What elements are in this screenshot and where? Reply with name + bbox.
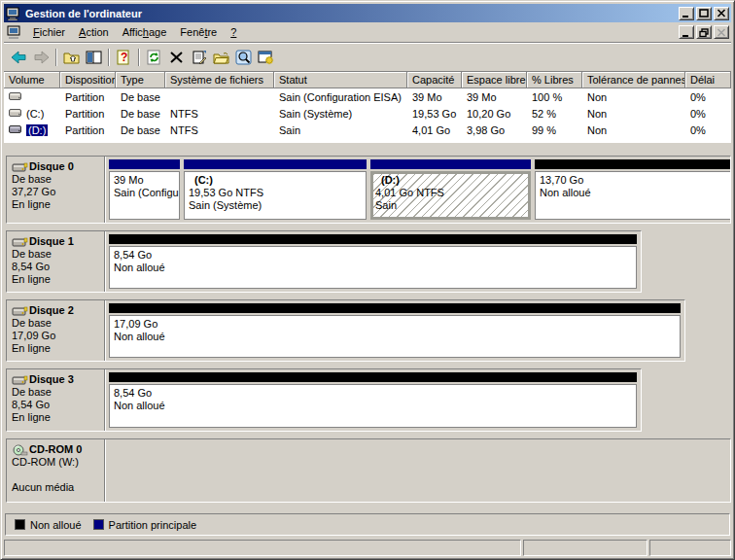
- properties-button[interactable]: [188, 47, 210, 68]
- status-pane: [4, 540, 521, 556]
- column-header-capacite[interactable]: Capacité: [407, 72, 462, 88]
- cell-capacite: 39 Mo: [407, 91, 462, 103]
- disk-type: De base: [12, 386, 104, 399]
- cell-espace-libre: 10,20 Go: [462, 108, 527, 120]
- disk-type: De base: [12, 317, 104, 330]
- column-header-delai[interactable]: Délai: [685, 72, 731, 88]
- cell-type: De base: [116, 91, 165, 103]
- disk-row-disque3: Disque 3 De base 8,54 Go En ligne 8,54 G…: [6, 368, 642, 432]
- cell-espace-libre: 39 Mo: [462, 91, 527, 103]
- cell-statut: Sain (Configuration EISA): [274, 91, 407, 103]
- status-pane: [523, 540, 648, 556]
- status-bar: [4, 538, 731, 556]
- computer-management-window: Gestion de l'ordinateur Fichier Action A…: [0, 0, 735, 560]
- find-button[interactable]: [232, 47, 255, 68]
- cdrom-empty-area: [105, 439, 730, 502]
- legend-item-unallocated: Non alloué: [15, 519, 82, 531]
- refresh-icon: [146, 50, 162, 65]
- cell-type: De base: [116, 124, 165, 136]
- unallocated-color-band: [535, 159, 730, 169]
- table-row-selected[interactable]: (D:) Partition De base NTFS Sain 4,01 Go…: [4, 122, 731, 138]
- properties-icon: [191, 50, 207, 65]
- disk-header-disque3[interactable]: Disque 3 De base 8,54 Go En ligne: [7, 369, 105, 431]
- help-button[interactable]: ?: [113, 47, 135, 68]
- hard-disk-icon: [12, 161, 28, 173]
- svg-text:?: ?: [121, 51, 127, 64]
- disk-row-disque1: Disque 1 De base 8,54 Go En ligne 8,54 G…: [6, 230, 642, 293]
- disk-status: En ligne: [12, 273, 104, 286]
- cell-espace-libre: 3,98 Go: [462, 124, 527, 136]
- unallocated-region[interactable]: 8,54 GoNon alloué: [109, 372, 637, 428]
- magnifier-icon: [235, 50, 252, 65]
- status-pane: [649, 540, 731, 556]
- cell-capacite: 4,01 Go: [407, 124, 462, 136]
- disk-header-disque0[interactable]: Disque 0 De base 37,27 Go En ligne: [7, 157, 105, 223]
- back-button[interactable]: [8, 47, 30, 68]
- toolbar-separator: [138, 49, 140, 66]
- minimize-button[interactable]: [679, 7, 694, 20]
- delete-icon: [168, 50, 185, 65]
- column-header-pct-libres[interactable]: % Libres: [527, 72, 582, 88]
- column-header-systeme-de-fichiers[interactable]: Système de fichiers: [165, 72, 274, 88]
- cdrom-header[interactable]: CD-ROM 0 CD-ROM (W:) Aucun média: [7, 439, 105, 502]
- up-one-level-button[interactable]: [60, 47, 83, 68]
- close-button[interactable]: [714, 7, 729, 20]
- forward-button[interactable]: [30, 47, 52, 68]
- column-header-type[interactable]: Type: [116, 72, 165, 88]
- volume-list: Volume Disposition Type Système de fichi…: [4, 72, 731, 143]
- volume-icon: [9, 109, 23, 118]
- child-close-button[interactable]: [714, 25, 729, 39]
- cell-tolerance: Non: [582, 91, 685, 103]
- disk-header-disque2[interactable]: Disque 2 De base 17,09 Go En ligne: [7, 300, 105, 361]
- column-header-statut[interactable]: Statut: [274, 72, 407, 88]
- legend-item-primary-partition: Partition principale: [93, 519, 197, 531]
- cell-statut: Sain (Système): [274, 108, 407, 120]
- manage-computer-button[interactable]: [255, 47, 277, 68]
- column-header-disposition[interactable]: Disposition: [60, 72, 116, 88]
- disk-size: 8,54 Go: [12, 399, 104, 411]
- show-console-tree-button[interactable]: [83, 47, 105, 68]
- column-header-volume[interactable]: Volume: [4, 72, 60, 88]
- partition-c[interactable]: (C:)19,53 Go NTFSSain (Système): [184, 159, 367, 220]
- child-minimize-button[interactable]: [679, 25, 694, 39]
- disk-status: En ligne: [12, 411, 104, 424]
- open-button[interactable]: [210, 47, 232, 68]
- disk-row-disque2: Disque 2 De base 17,09 Go En ligne 17,09…: [6, 299, 685, 362]
- disk-size: 17,09 Go: [12, 330, 104, 342]
- disk-type: De base: [12, 173, 104, 186]
- title-bar[interactable]: Gestion de l'ordinateur: [4, 4, 731, 22]
- open-folder-icon: [213, 50, 229, 65]
- partition-eisa[interactable]: 39 MoSain (Configu: [109, 159, 180, 220]
- forward-icon: [33, 50, 50, 65]
- cdrom-media-status: Aucun média: [12, 481, 104, 494]
- column-header-tolerance[interactable]: Tolérance de pannes: [582, 72, 685, 88]
- cell-fs: NTFS: [165, 124, 274, 136]
- volume-list-header: Volume Disposition Type Système de fichi…: [4, 72, 731, 88]
- menu-fenetre[interactable]: Fenêtre: [173, 23, 224, 41]
- disk-size: 37,27 Go: [12, 186, 104, 198]
- partition-d-selected[interactable]: (D:)4,01 Go NTFSSain: [370, 159, 531, 220]
- column-header-espace-libre[interactable]: Espace libre: [462, 72, 527, 88]
- menu-action[interactable]: Action: [72, 23, 116, 41]
- table-row[interactable]: (C:) Partition De base NTFS Sain (Systèm…: [4, 105, 731, 122]
- disk-header-disque1[interactable]: Disque 1 De base 8,54 Go En ligne: [7, 231, 105, 292]
- menu-aide[interactable]: ?: [224, 23, 243, 41]
- disk-status: En ligne: [12, 342, 104, 355]
- child-restore-button[interactable]: [696, 25, 712, 39]
- table-row[interactable]: Partition De base Sain (Configuration EI…: [4, 88, 731, 105]
- cell-tolerance: Non: [582, 124, 685, 136]
- menu-affichage[interactable]: Affichage: [116, 23, 174, 41]
- refresh-button[interactable]: [143, 47, 165, 68]
- delete-button[interactable]: [165, 47, 188, 68]
- cell-capacite: 19,53 Go: [407, 108, 462, 120]
- menu-fichier[interactable]: Fichier: [26, 23, 72, 41]
- unallocated-region[interactable]: 17,09 GoNon alloué: [109, 303, 681, 358]
- partition-color-band: [109, 159, 180, 169]
- unallocated-region[interactable]: 8,54 GoNon alloué: [109, 234, 637, 289]
- pane-splitter[interactable]: [4, 143, 731, 155]
- unallocated-region[interactable]: 13,70 GoNon alloué: [535, 159, 730, 220]
- unallocated-color-band: [109, 234, 637, 244]
- cell-pct-libres: 99 %: [527, 124, 582, 136]
- legend-swatch-primary-partition: [93, 519, 104, 530]
- maximize-button[interactable]: [696, 7, 712, 20]
